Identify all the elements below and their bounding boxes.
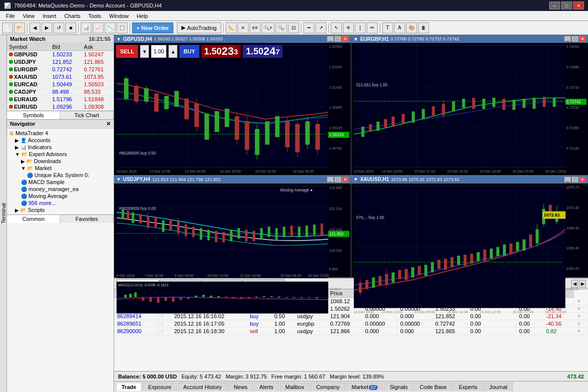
order-close[interactable]: ✕ — [574, 320, 588, 328]
toolbar-zoom-out[interactable]: 🔍- — [276, 22, 287, 33]
menu-tools[interactable]: Tools — [84, 12, 105, 20]
symbols-tab[interactable]: Symbols — [7, 111, 60, 119]
toolbar-new[interactable]: 📄 — [2, 22, 13, 33]
gbpusd-close[interactable]: ✕ — [342, 36, 349, 42]
market-watch-row[interactable]: GBPUSD 1.50233 1.50247 — [7, 51, 114, 58]
market-watch-row[interactable]: EURCAD 1.50449 1.50503 — [7, 81, 114, 88]
nav-indicators[interactable]: ▶ 📊 Indicators — [7, 144, 114, 151]
toolbar-period1[interactable]: ≡ — [238, 22, 249, 33]
usdjpy-close[interactable]: ✕ — [342, 177, 349, 183]
terminal-tab[interactable]: Terminal — [0, 35, 7, 392]
buy-button-gbpusd[interactable]: BUY — [179, 45, 199, 58]
toolbar-period-sep[interactable]: | — [355, 22, 366, 33]
minimize-button[interactable]: – — [549, 1, 560, 9]
tab-market[interactable]: Market57 — [346, 383, 384, 391]
tab-experts[interactable]: Experts — [453, 383, 483, 391]
market-watch-row[interactable]: EURUSD 1.09296 1.09308 — [7, 103, 114, 111]
toolbar-zoom-in[interactable]: 🔍+ — [262, 22, 275, 33]
xauusd-maximize[interactable]: □ — [572, 177, 579, 183]
eurgbp-minimize[interactable]: _ — [564, 36, 571, 42]
tab-signals[interactable]: Signals — [384, 383, 413, 391]
tick-chart-tab[interactable]: Tick Chart — [60, 111, 114, 119]
nav-accounts[interactable]: ▶ 👤 Accounts — [7, 137, 114, 144]
toolbar-back[interactable]: ◀ — [29, 22, 40, 33]
usdjpy-maximize[interactable]: □ — [334, 177, 341, 183]
toolbar-chart2[interactable]: 📈 — [93, 22, 104, 33]
nav-downloads[interactable]: ▶ 📂 Downloads — [7, 158, 114, 165]
menu-charts[interactable]: Charts — [60, 12, 84, 20]
nav-more[interactable]: 🔵 956 more... — [7, 199, 114, 206]
tab-news[interactable]: News — [228, 383, 253, 391]
tab-company[interactable]: Company — [310, 383, 345, 391]
toolbar-zoom-fit[interactable]: ⊡ — [288, 22, 299, 33]
tab-journal[interactable]: Journal — [484, 383, 513, 391]
toolbar-stop[interactable]: ■ — [65, 22, 76, 33]
market-watch-row[interactable]: EURAUD 1.51796 1.51848 — [7, 96, 114, 103]
tab-account-history[interactable]: Account History — [178, 383, 227, 391]
lot-selector-gbpusd[interactable]: 1.00 — [151, 45, 166, 58]
toolbar-color[interactable]: 🎨 — [406, 22, 417, 33]
tab-alerts[interactable]: Alerts — [254, 383, 279, 391]
toolbar-forward[interactable]: ▶ — [41, 22, 52, 33]
market-watch-row[interactable]: EURGBP 0.72742 0.72761 — [7, 66, 114, 73]
gbpusd-minimize[interactable]: _ — [327, 36, 334, 42]
menu-help[interactable]: Help — [133, 12, 152, 20]
toolbar-chart1[interactable]: 📊 — [81, 22, 92, 33]
toolbar-draw[interactable]: ✏ — [367, 22, 378, 33]
maximize-button[interactable]: □ — [561, 1, 572, 9]
nav-unique-ea[interactable]: 🔵 Unique EAs System 0: — [7, 172, 114, 179]
toolbar-open[interactable]: 📂 — [14, 22, 25, 33]
order-close[interactable]: ✕ — [574, 328, 588, 335]
nav-common-tab[interactable]: Common — [7, 215, 60, 223]
sell-button-gbpusd[interactable]: SELL — [116, 45, 138, 58]
toolbar-indicator[interactable]: 📐 — [226, 22, 237, 33]
market-watch-row[interactable]: USDJPY 121.852 121.865 — [7, 58, 114, 66]
toolbar-font[interactable]: A — [394, 22, 405, 33]
menu-file[interactable]: File — [2, 12, 19, 20]
eurgbp-maximize[interactable]: □ — [572, 36, 579, 42]
menu-window[interactable]: Window — [105, 12, 133, 20]
toolbar-cursor[interactable]: ↖ — [331, 22, 342, 33]
autotrading-button[interactable]: ▶ AutoTrading — [177, 22, 221, 33]
new-order-button[interactable]: + New Order — [132, 22, 173, 33]
nav-market[interactable]: ▼ 📂 Market — [7, 165, 114, 172]
usdjpy-minimize[interactable]: _ — [327, 177, 334, 183]
tab-trade[interactable]: Trade — [116, 383, 142, 391]
nav-favorites-tab[interactable]: Favorites — [60, 215, 114, 223]
order-sl: 0.000 — [362, 328, 397, 335]
toolbar-crosshair[interactable]: ✛ — [343, 22, 354, 33]
menu-insert[interactable]: Insert — [38, 12, 60, 20]
navigator-close[interactable]: ✕ — [106, 121, 111, 127]
gbpusd-maximize[interactable]: □ — [334, 36, 341, 42]
toolbar-line[interactable]: ━ — [303, 22, 314, 33]
lot-up-gbpusd[interactable]: ▲ — [168, 45, 177, 58]
nav-macd[interactable]: 🔵 MACD Sample — [7, 179, 114, 186]
toolbar-delete[interactable]: 🗑 — [418, 22, 429, 33]
toolbar-fib[interactable]: ↗ — [315, 22, 326, 33]
nav-money-manager[interactable]: 🔵 money_manager_ea — [7, 186, 114, 193]
close-button[interactable]: ✕ — [573, 1, 584, 9]
svg-rect-237 — [509, 243, 512, 253]
toolbar-text[interactable]: T — [382, 22, 393, 33]
tab-code-base[interactable]: Code Base — [414, 383, 452, 391]
xauusd-minimize[interactable]: _ — [564, 177, 571, 183]
toolbar-refresh[interactable]: ↺ — [53, 22, 64, 33]
lot-down-gbpusd[interactable]: ▼ — [140, 45, 149, 58]
market-watch-row[interactable]: XAUUSD 1073.61 1073.95 — [7, 73, 114, 81]
menu-view[interactable]: View — [19, 12, 39, 20]
nav-moving-average[interactable]: 🔵 Moving Average — [7, 193, 114, 199]
eurgbp-close[interactable]: ✕ — [579, 36, 586, 42]
tab-mailbox[interactable]: Mailbox — [280, 383, 310, 391]
nav-metatrader[interactable]: 🖥 MetaTrader 4 — [7, 130, 114, 137]
tab-exposure[interactable]: Exposure — [143, 383, 176, 391]
nav-expert-advisors[interactable]: ▼ 📂 Expert Advisors — [7, 151, 114, 158]
table-row[interactable]: 86289651 📄 2015.12.16 16:17:05 buy 1.00 … — [114, 320, 588, 328]
market-watch-row[interactable]: CADJPY 88.498 88.533 — [7, 88, 114, 96]
table-row[interactable]: 86290000 📄 2015.12.16 16:18:30 sell 1.00… — [114, 328, 588, 335]
toolbar-chart4[interactable]: 📋 — [117, 22, 128, 33]
toolbar-period2[interactable]: ≡≡ — [250, 22, 261, 33]
xauusd-close[interactable]: ✕ — [579, 177, 586, 183]
toolbar-chart3[interactable]: 📉 — [105, 22, 116, 33]
nav-scripts[interactable]: ▶ 📂 Scripts — [7, 206, 114, 213]
nav-metatrader-icon: 🖥 — [9, 131, 14, 136]
